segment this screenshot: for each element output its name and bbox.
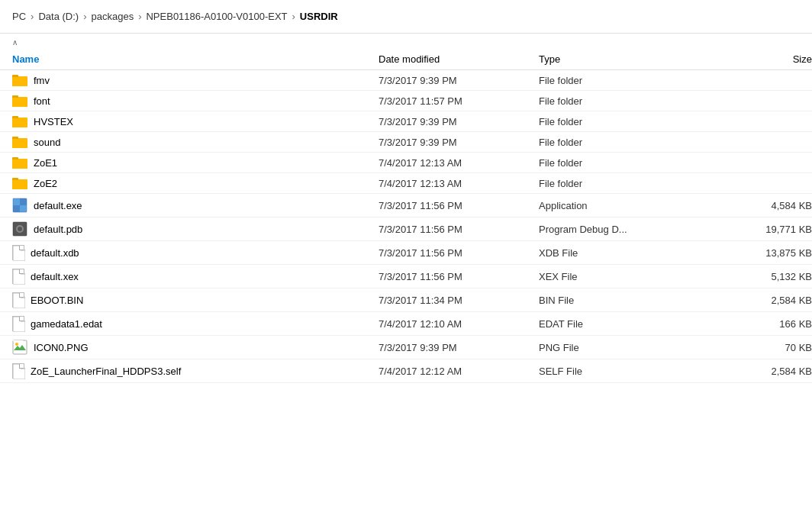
table-row[interactable]: ZoE_LauncherFinal_HDDPS3.self 7/4/2017 1… xyxy=(0,359,812,383)
cell-name: default.pdb xyxy=(12,221,379,237)
cell-type: XDB File xyxy=(539,247,691,259)
cell-name: ZoE_LauncherFinal_HDDPS3.self xyxy=(12,363,379,379)
file-icon xyxy=(12,316,24,331)
svg-marker-38 xyxy=(21,317,25,321)
svg-marker-44 xyxy=(21,364,25,369)
cell-size: 2,584 KB xyxy=(691,295,812,306)
breadcrumb-data-d[interactable]: Data (D:) xyxy=(38,11,79,22)
folder-icon xyxy=(12,95,27,107)
breadcrumb-packages[interactable]: packages xyxy=(91,11,134,22)
cell-date: 7/3/2017 9:39 PM xyxy=(379,75,539,86)
table-row[interactable]: default.pdb 7/3/2017 11:56 PM Program De… xyxy=(0,218,812,241)
cell-name: HVSTEX xyxy=(12,115,379,127)
cell-date: 7/3/2017 11:56 PM xyxy=(379,200,539,211)
table-row[interactable]: ZoE1 7/4/2017 12:13 AM File folder xyxy=(0,153,812,173)
cell-date: 7/3/2017 11:57 PM xyxy=(379,95,539,107)
svg-marker-31 xyxy=(13,246,25,261)
cell-date: 7/3/2017 11:56 PM xyxy=(379,271,539,282)
file-icon xyxy=(12,245,24,260)
cell-type: EDAT File xyxy=(539,318,691,330)
cell-type: File folder xyxy=(539,137,691,148)
header-name[interactable]: Name xyxy=(12,53,379,65)
file-name: font xyxy=(34,95,50,107)
svg-marker-34 xyxy=(21,269,25,274)
table-row[interactable]: sound 7/3/2017 9:39 PM File folder xyxy=(0,132,812,153)
table-row[interactable]: fmv 7/3/2017 9:39 PM File folder xyxy=(0,70,812,91)
cell-name: ICON0.PNG xyxy=(12,340,379,355)
file-list: Name Date modified Type Size fmv 7/3/201… xyxy=(0,49,812,383)
cell-date: 7/3/2017 9:39 PM xyxy=(379,137,539,148)
svg-rect-7 xyxy=(12,98,27,107)
breadcrumb-sep-0: › xyxy=(31,11,34,22)
cell-size: 5,132 KB xyxy=(691,271,812,282)
cell-type: File folder xyxy=(539,157,691,169)
table-row[interactable]: default.xex 7/3/2017 11:56 PM XEX File 5… xyxy=(0,265,812,288)
file-icon xyxy=(12,292,24,308)
file-name: EBOOT.BIN xyxy=(31,295,83,306)
cell-date: 7/4/2017 12:13 AM xyxy=(379,157,539,169)
file-name: fmv xyxy=(34,75,50,86)
cell-type: SELF File xyxy=(539,366,691,377)
header-type[interactable]: Type xyxy=(539,53,691,65)
file-name: HVSTEX xyxy=(34,116,73,127)
svg-rect-11 xyxy=(12,118,27,127)
folder-icon xyxy=(12,115,27,127)
table-row[interactable]: gamedata1.edat 7/4/2017 12:10 AM EDAT Fi… xyxy=(0,312,812,336)
file-icon xyxy=(12,269,24,284)
table-row[interactable]: EBOOT.BIN 7/3/2017 11:34 PM BIN File 2,5… xyxy=(0,288,812,312)
cell-date: 7/4/2017 12:12 AM xyxy=(379,366,539,377)
file-name: ZoE2 xyxy=(34,178,57,189)
breadcrumb-npeb[interactable]: NPEB01186-A0100-V0100-EXT xyxy=(146,11,287,22)
cell-name: ZoE1 xyxy=(12,156,379,169)
file-name: ICON0.PNG xyxy=(34,342,89,353)
file-name: sound xyxy=(34,137,60,148)
cell-type: File folder xyxy=(539,95,691,107)
table-row[interactable]: default.exe 7/3/2017 11:56 PM Applicatio… xyxy=(0,194,812,218)
pdb-icon xyxy=(12,221,27,237)
file-name: default.xdb xyxy=(31,247,79,259)
cell-size: 166 KB xyxy=(691,318,812,330)
file-name: default.pdb xyxy=(34,224,82,235)
breadcrumb-sep-1: › xyxy=(83,11,86,22)
cell-name: default.exe xyxy=(12,198,379,213)
cell-date: 7/3/2017 11:56 PM xyxy=(379,247,539,259)
breadcrumb-usrdir: USRDIR xyxy=(300,11,338,22)
cell-type: Program Debug D... xyxy=(539,224,691,235)
cell-name: sound xyxy=(12,136,379,148)
cell-type: PNG File xyxy=(539,342,691,353)
svg-rect-25 xyxy=(13,198,20,205)
file-name: default.xex xyxy=(31,271,79,282)
svg-marker-37 xyxy=(13,317,25,332)
cell-date: 7/3/2017 11:34 PM xyxy=(379,295,539,306)
folder-icon xyxy=(12,156,27,169)
breadcrumb-sep-3: › xyxy=(292,11,295,22)
cell-size: 4,584 KB xyxy=(691,200,812,211)
svg-rect-39 xyxy=(13,340,27,354)
cell-name: ZoE2 xyxy=(12,177,379,189)
table-row[interactable]: HVSTEX 7/3/2017 9:39 PM File folder xyxy=(0,111,812,132)
png-icon xyxy=(12,340,27,355)
svg-marker-33 xyxy=(13,269,25,285)
table-row[interactable]: default.xdb 7/3/2017 11:56 PM XDB File 1… xyxy=(0,241,812,265)
svg-marker-43 xyxy=(13,364,25,379)
cell-type: File folder xyxy=(539,75,691,86)
table-row[interactable]: ZoE2 7/4/2017 12:13 AM File folder xyxy=(0,173,812,194)
header-date[interactable]: Date modified xyxy=(379,53,539,65)
breadcrumb-sep-2: › xyxy=(138,11,141,22)
svg-rect-23 xyxy=(12,180,27,189)
file-name: default.exe xyxy=(34,200,82,211)
cell-size: 2,584 KB xyxy=(691,366,812,377)
table-row[interactable]: font 7/3/2017 11:57 PM File folder xyxy=(0,91,812,111)
file-name: ZoE_LauncherFinal_HDDPS3.self xyxy=(31,366,181,377)
cell-date: 7/3/2017 9:39 PM xyxy=(379,342,539,353)
file-icon xyxy=(12,363,24,379)
svg-point-30 xyxy=(18,227,22,231)
folder-icon xyxy=(12,177,27,189)
folder-icon xyxy=(12,74,27,86)
file-name: ZoE1 xyxy=(34,157,57,169)
table-row[interactable]: ICON0.PNG 7/3/2017 9:39 PM PNG File 70 K… xyxy=(0,336,812,359)
breadcrumb-pc[interactable]: PC xyxy=(12,11,26,22)
cell-name: fmv xyxy=(12,74,379,86)
header-size[interactable]: Size xyxy=(691,53,812,65)
breadcrumb-bar: PC › Data (D:) › packages › NPEB01186-A0… xyxy=(0,0,812,34)
